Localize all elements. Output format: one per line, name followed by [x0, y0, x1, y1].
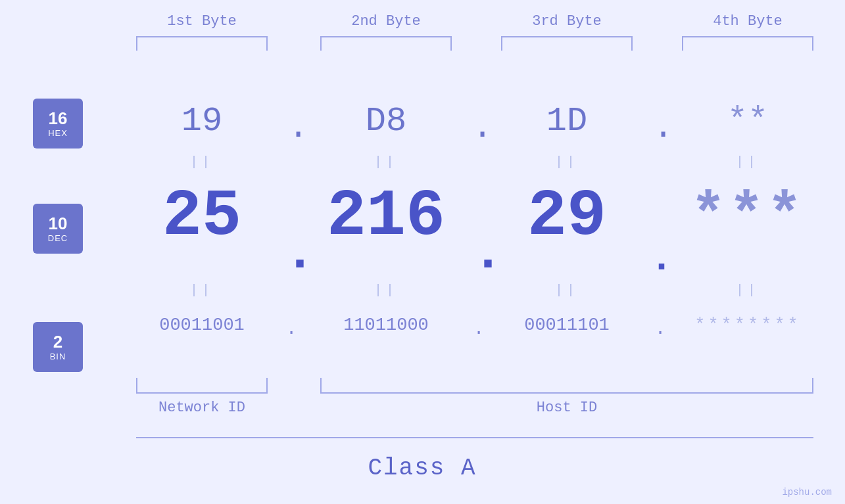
- network-id-label: Network ID: [158, 400, 245, 416]
- bin-badge: 2 BIN: [33, 322, 83, 372]
- class-bottom-line: [136, 437, 813, 438]
- bin-badge-number: 2: [53, 332, 62, 352]
- hex-byte2: D8: [366, 102, 406, 141]
- watermark: ipshu.com: [782, 487, 832, 497]
- equals2-b2: ||: [374, 283, 398, 298]
- bin-dot2: .: [473, 319, 484, 339]
- host-id-bracket: [320, 378, 813, 392]
- host-id-label: Host ID: [537, 400, 597, 416]
- dec-byte3: 29: [527, 184, 606, 250]
- hex-badge-number: 16: [49, 109, 68, 128]
- dec-badge: 10 DEC: [33, 204, 83, 254]
- equals1-b4: ||: [736, 154, 760, 170]
- hex-dot2: .: [472, 108, 493, 147]
- bin-dot1: .: [286, 319, 297, 339]
- equals2-b1: ||: [190, 283, 214, 298]
- dec-byte1: 25: [162, 184, 241, 250]
- hex-dot1: .: [288, 108, 308, 147]
- bin-dot3: .: [655, 319, 665, 339]
- hex-byte3: 1D: [546, 102, 587, 141]
- hex-byte4: **: [727, 102, 768, 141]
- byte4-header: 4th Byte: [713, 13, 783, 30]
- bin-byte2: 11011000: [343, 315, 429, 335]
- hex-badge: 16 HEX: [33, 99, 83, 149]
- byte4-top-bracket: [682, 36, 813, 51]
- bin-badge-label: BIN: [50, 352, 66, 361]
- byte2-top-bracket: [320, 36, 452, 51]
- hex-byte1: 19: [181, 102, 222, 141]
- bin-byte1: 00011001: [159, 315, 245, 335]
- dec-badge-label: DEC: [48, 233, 68, 243]
- equals2-b3: ||: [555, 283, 579, 298]
- dec-byte2: 216: [327, 184, 445, 250]
- class-label: Class A: [368, 455, 476, 482]
- equals1-b1: ||: [190, 154, 214, 170]
- byte1-header: 1st Byte: [167, 13, 237, 30]
- equals1-b3: ||: [555, 154, 579, 170]
- dec-badge-number: 10: [49, 214, 68, 233]
- hex-dot3: .: [653, 108, 673, 147]
- byte2-header: 2nd Byte: [351, 13, 421, 30]
- dec-dot3: .: [650, 237, 673, 281]
- dec-byte4: ***: [690, 187, 805, 246]
- hex-badge-label: HEX: [48, 128, 68, 138]
- byte3-header: 3rd Byte: [532, 13, 602, 30]
- equals2-b4: ||: [736, 283, 760, 298]
- byte1-top-bracket: [136, 36, 268, 51]
- dec-dot2: .: [472, 223, 504, 283]
- equals1-b2: ||: [374, 154, 398, 170]
- byte3-top-bracket: [501, 36, 633, 51]
- bin-byte4: ********: [694, 315, 801, 335]
- dec-dot1: .: [284, 223, 316, 283]
- network-id-bracket: [136, 378, 268, 392]
- bin-byte3: 00011101: [524, 315, 610, 335]
